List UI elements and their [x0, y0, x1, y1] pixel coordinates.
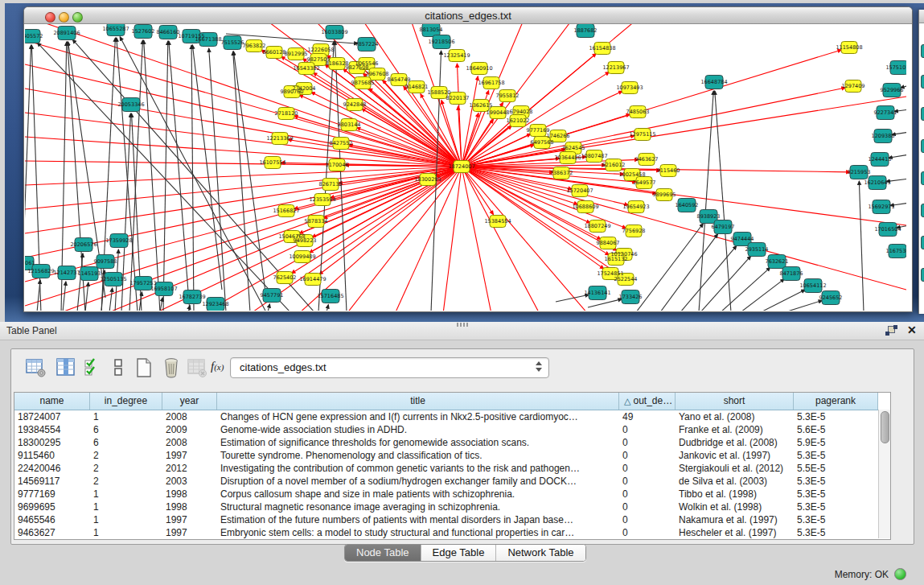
- citation-edge[interactable]: [462, 167, 491, 311]
- citation-edge[interactable]: [660, 234, 717, 311]
- table-cell: 5.3E-5: [794, 488, 878, 501]
- graph-node-label: 7963822: [243, 43, 266, 49]
- citation-graph[interactable]: 1872400718300295796382286601288912995122…: [25, 24, 906, 311]
- table-cell: Embryonic stem cells: a model to study s…: [217, 526, 619, 539]
- row-height-icon[interactable]: [108, 357, 129, 378]
- citation-edge[interactable]: [326, 305, 328, 311]
- tab-network-table[interactable]: Network Table: [496, 545, 585, 561]
- table-row[interactable]: 2242004622012Investigating the contribut…: [14, 462, 878, 475]
- table-cell: 18300295: [14, 436, 90, 449]
- graph-node[interactable]: [921, 139, 924, 153]
- table-row[interactable]: 946554611997Estimation of the future num…: [14, 513, 878, 526]
- citation-edge[interactable]: [101, 38, 115, 311]
- column-header-short[interactable]: short: [676, 393, 794, 410]
- citation-edge[interactable]: [160, 298, 162, 311]
- column-header-title[interactable]: title: [217, 393, 619, 410]
- select-columns-icon[interactable]: [84, 357, 105, 378]
- citation-edge[interactable]: [335, 41, 347, 311]
- table-cell: Disruption of a novel member of a sodium…: [217, 475, 619, 488]
- table-cell: de Silva et al. (2003): [676, 475, 794, 488]
- citation-edge[interactable]: [25, 167, 462, 282]
- citation-edge[interactable]: [25, 167, 462, 233]
- citation-edge[interactable]: [588, 299, 622, 307]
- table-vertical-scrollbar[interactable]: [878, 410, 890, 538]
- citation-edge[interactable]: [457, 64, 462, 167]
- graph-node-label: 12156829: [27, 268, 54, 274]
- tab-node-table[interactable]: Node Table: [345, 545, 421, 561]
- citation-edge[interactable]: [462, 167, 906, 290]
- graph-node-label: 1145193: [78, 270, 101, 277]
- citation-edge[interactable]: [163, 41, 168, 311]
- table-row[interactable]: 1830029562008Estimation of significance …: [14, 436, 878, 449]
- table-row[interactable]: 969969511998Structural magnetic resonanc…: [14, 501, 878, 513]
- close-panel-icon[interactable]: ✕: [907, 323, 917, 336]
- citation-edge[interactable]: [192, 45, 222, 290]
- show-columns-icon[interactable]: [55, 357, 76, 378]
- new-table-icon[interactable]: [133, 357, 154, 378]
- column-header-out_de[interactable]: △out_de…: [619, 393, 676, 410]
- network-window-titlebar[interactable]: citations_edges.txt: [24, 7, 912, 24]
- table-cell: 14569117: [14, 475, 90, 488]
- scrollbar-thumb[interactable]: [881, 411, 889, 443]
- graph-node-label: 11154808: [836, 44, 862, 51]
- tab-edge-table[interactable]: Edge Table: [421, 545, 497, 561]
- graph-node[interactable]: [921, 236, 924, 249]
- graph-node[interactable]: [921, 107, 924, 121]
- column-header-pagerank[interactable]: pagerank: [794, 393, 878, 410]
- graph-node[interactable]: [921, 204, 924, 217]
- table-cell: Changes of HCN gene expression and I(f) …: [217, 410, 619, 423]
- graph-node-label: 8454749: [388, 76, 411, 83]
- table-settings-icon[interactable]: [26, 357, 47, 378]
- citation-edge[interactable]: [209, 48, 226, 311]
- citation-edge[interactable]: [169, 41, 190, 311]
- citation-edge[interactable]: [63, 282, 66, 311]
- citation-edge[interactable]: [77, 253, 83, 311]
- citation-edge[interactable]: [268, 304, 269, 311]
- graph-node-label: 12505135: [100, 276, 126, 282]
- graph-node-label: 12226058: [307, 47, 334, 53]
- table-row[interactable]: 911546021997Tourette syndrome. Phenomeno…: [14, 449, 878, 462]
- graph-node-label: 9463627: [635, 156, 659, 163]
- graph-node[interactable]: [921, 75, 924, 89]
- graph-node-label: 9097588: [94, 258, 117, 265]
- panel-splitter-grip[interactable]: [457, 323, 468, 327]
- graph-node-label: 1990448: [487, 109, 510, 116]
- citation-edge[interactable]: [37, 280, 40, 311]
- table-row[interactable]: 1938455462009Genome-wide association stu…: [14, 423, 878, 436]
- table-row[interactable]: 1456911722003Disruption of a novel membe…: [14, 475, 878, 488]
- column-header-year[interactable]: year: [162, 393, 217, 410]
- memory-status-indicator[interactable]: [894, 568, 906, 580]
- function-builder-icon[interactable]: f(x): [211, 360, 232, 381]
- graph-node-label: 8938923: [697, 213, 721, 220]
- delete-table-icon[interactable]: [187, 357, 207, 378]
- graph-node[interactable]: [921, 171, 924, 185]
- table-cell: Jankovic et al. (1997): [676, 449, 794, 462]
- table-row[interactable]: 946362711997Embryonic stem cells: a mode…: [14, 526, 878, 539]
- table-row[interactable]: 1872400712008Changes of HCN gene express…: [14, 410, 878, 423]
- citation-edge[interactable]: [443, 167, 462, 311]
- citation-edge[interactable]: [144, 40, 160, 311]
- graph-node-label: 16961758: [478, 80, 504, 86]
- graph-node[interactable]: [921, 44, 924, 58]
- citation-edge[interactable]: [741, 279, 784, 311]
- citation-edge[interactable]: [699, 91, 713, 311]
- table-cell: 1998: [162, 488, 217, 501]
- citation-edge[interactable]: [288, 140, 462, 167]
- citation-edge[interactable]: [25, 113, 462, 167]
- table-cell: 0: [619, 475, 676, 488]
- graph-node[interactable]: [921, 268, 924, 282]
- citation-edge[interactable]: [700, 256, 751, 311]
- network-canvas[interactable]: 1872400718300295796382286601288912995122…: [25, 24, 906, 311]
- citation-edge[interactable]: [462, 167, 604, 269]
- citation-edge[interactable]: [109, 288, 113, 311]
- delete-column-icon[interactable]: [161, 357, 182, 378]
- table-cell: 1: [90, 501, 162, 513]
- citation-edge[interactable]: [785, 300, 823, 311]
- float-panel-icon[interactable]: [885, 325, 897, 336]
- table-row[interactable]: 977716911998Corpus callosum shape and si…: [14, 488, 878, 501]
- background-network-window-sliver: [918, 10, 924, 314]
- table-source-dropdown[interactable]: citations_edges.txt: [230, 357, 549, 378]
- column-header-in_degree[interactable]: in_degree: [90, 393, 162, 410]
- column-header-name[interactable]: name: [14, 393, 90, 410]
- citation-edge[interactable]: [859, 181, 864, 311]
